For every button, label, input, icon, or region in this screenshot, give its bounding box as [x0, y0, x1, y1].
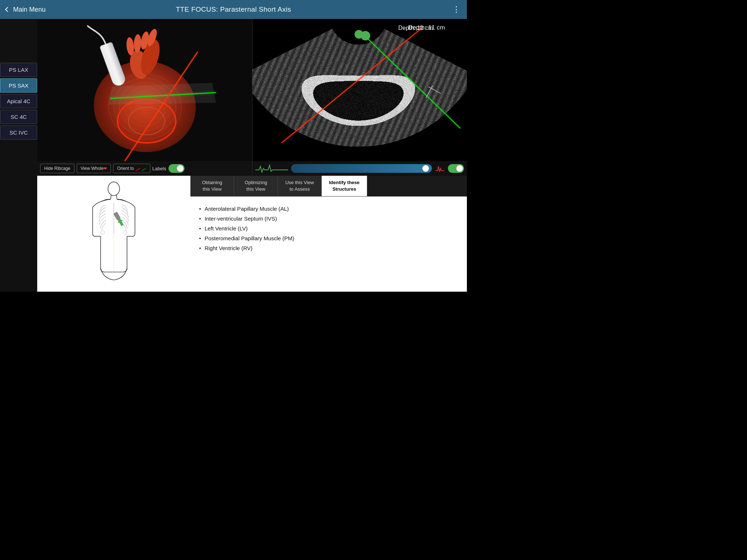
svg-point-0: [108, 182, 120, 196]
tab-optimizing-label: Optimizingthis View: [245, 180, 267, 192]
orient-to-label: Orient to: [117, 166, 134, 171]
ultrasound-panel: Depth: 11 cm: [252, 19, 467, 176]
tab-identify-label: Identify theseStructures: [329, 180, 360, 192]
labels-toggle[interactable]: [169, 164, 185, 173]
ultrasound-canvas: [252, 19, 467, 161]
svg-point-8: [123, 230, 127, 234]
hide-ribcage-button[interactable]: Hide Ribcage: [40, 164, 74, 173]
structure-item: Left Ventricle (LV): [199, 223, 458, 233]
bottom-section: Obtainingthis View Optimizingthis View U…: [37, 176, 467, 292]
green-dot-indicator: [355, 30, 363, 39]
orient-icon: [135, 169, 146, 170]
heart-visualization[interactable]: [37, 19, 252, 161]
sidebar-item-apical-4c[interactable]: Apical 4C: [0, 94, 37, 108]
svg-line-1: [111, 195, 111, 199]
info-section: Obtainingthis View Optimizingthis View U…: [190, 176, 467, 292]
view-whole-label: View Whole: [81, 166, 104, 171]
content-area: Hide Ribcage View Whole❤ Orient to Label…: [37, 19, 467, 292]
sidebar-item-ps-lax[interactable]: PS LAX: [0, 63, 37, 77]
structure-item: Right Ventricle (RV): [199, 243, 458, 253]
right-panel-controls: [252, 161, 467, 176]
main-area: PS LAX PS SAX Apical 4C SC 4C SC IVC Hid…: [0, 19, 467, 292]
orient-green-line: [141, 168, 146, 171]
sidebar-item-sc-ivc[interactable]: SC IVC: [0, 125, 37, 140]
structure-item: Posteromedial Papillary Muscle (PM): [199, 233, 458, 243]
tab-use-view[interactable]: Use this Viewto Assess: [278, 176, 322, 196]
tab-content-area: Anterolateral Papillary Muscle (AL)Inter…: [190, 197, 467, 292]
sidebar-item-sc-4c[interactable]: SC 4C: [0, 110, 37, 124]
heart-3d-panel: Hide Ribcage View Whole❤ Orient to Label…: [37, 19, 252, 176]
tab-bar: Obtainingthis View Optimizingthis View U…: [190, 176, 467, 197]
structure-item: Anterolateral Papillary Muscle (AL): [199, 204, 458, 214]
depth-slider[interactable]: [291, 164, 432, 173]
depth-slider-thumb: [422, 165, 429, 172]
structure-item: Inter-ventricular Septum (IVS): [199, 214, 458, 223]
ultrasound-view[interactable]: Depth: 11 cm: [252, 19, 467, 161]
depth-label: Depth: 11 cm: [408, 24, 445, 31]
sidebar: PS LAX PS SAX Apical 4C SC 4C SC IVC: [0, 19, 37, 292]
ecg-waveform-icon: [255, 163, 288, 174]
app-header: Main Menu TTE FOCUS: Parasternal Short A…: [0, 0, 467, 19]
chevron-left-icon: [5, 7, 10, 12]
back-label: Main Menu: [13, 6, 46, 13]
top-panels: Hide Ribcage View Whole❤ Orient to Label…: [37, 19, 467, 176]
orient-to-button[interactable]: Orient to: [113, 164, 150, 173]
tab-optimizing[interactable]: Optimizingthis View: [234, 176, 278, 196]
view-whole-button[interactable]: View Whole❤: [77, 164, 111, 173]
menu-button[interactable]: ⋮: [452, 5, 461, 14]
back-button[interactable]: Main Menu: [6, 6, 46, 13]
waveform-toggle-icon[interactable]: [435, 163, 445, 174]
body-diagram-area: [37, 176, 190, 292]
svg-point-7: [101, 230, 104, 234]
heart-icon: ❤: [104, 166, 107, 171]
left-panel-controls: Hide Ribcage View Whole❤ Orient to Label…: [37, 161, 252, 176]
structures-list: Anterolateral Papillary Muscle (AL)Inter…: [199, 204, 458, 253]
svg-line-2: [116, 195, 117, 199]
tab-identify[interactable]: Identify theseStructures: [322, 176, 367, 196]
sidebar-item-ps-sax[interactable]: PS SAX: [0, 78, 37, 93]
body-outline-svg: [71, 181, 156, 287]
ultrasound-toggle[interactable]: [448, 164, 464, 173]
orient-red-line: [135, 168, 140, 171]
tab-use-view-label: Use this Viewto Assess: [285, 180, 314, 192]
heart-canvas: [37, 19, 252, 161]
page-title: TTE FOCUS: Parasternal Short Axis: [176, 5, 291, 13]
labels-toggle-container: Labels: [152, 164, 185, 173]
tab-obtaining-label: Obtainingthis View: [202, 180, 222, 192]
tab-obtaining[interactable]: Obtainingthis View: [190, 176, 234, 196]
labels-label: Labels: [152, 166, 166, 171]
